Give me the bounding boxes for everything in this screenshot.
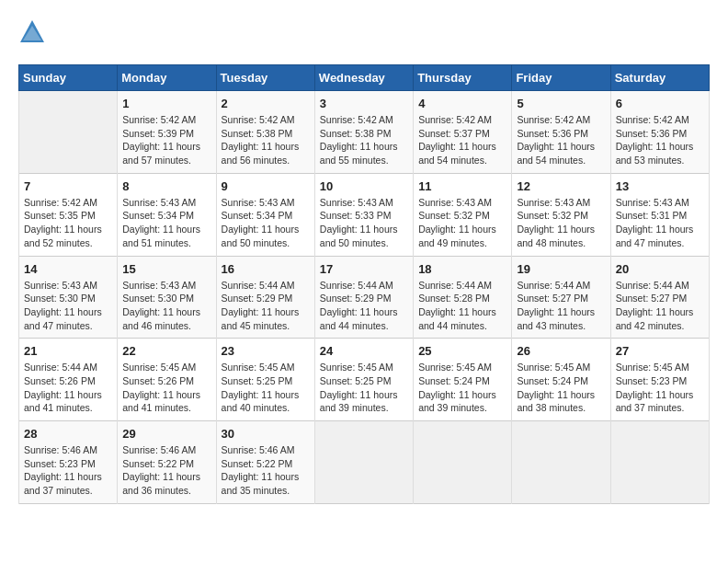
day-detail: Sunrise: 5:43 AM Sunset: 5:34 PM Dayligh… [222, 196, 310, 250]
calendar-week-1: 1Sunrise: 5:42 AM Sunset: 5:39 PM Daylig… [19, 91, 710, 174]
day-number: 10 [320, 179, 408, 193]
day-detail: Sunrise: 5:44 AM Sunset: 5:28 PM Dayligh… [418, 279, 506, 333]
day-number: 2 [222, 97, 310, 110]
calendar-cell [19, 91, 118, 174]
day-detail: Sunrise: 5:43 AM Sunset: 5:30 PM Dayligh… [24, 279, 112, 333]
calendar-cell: 21Sunrise: 5:44 AM Sunset: 5:26 PM Dayli… [19, 339, 118, 421]
calendar-cell: 19Sunrise: 5:44 AM Sunset: 5:27 PM Dayli… [512, 256, 610, 339]
calendar-cell: 30Sunrise: 5:46 AM Sunset: 5:22 PM Dayli… [216, 421, 314, 504]
day-detail: Sunrise: 5:45 AM Sunset: 5:25 PM Dayligh… [320, 361, 408, 415]
calendar-cell: 8Sunrise: 5:43 AM Sunset: 5:34 PM Daylig… [118, 173, 216, 256]
calendar-cell: 27Sunrise: 5:45 AM Sunset: 5:23 PM Dayli… [610, 339, 709, 421]
day-number: 3 [320, 97, 408, 110]
day-number: 26 [517, 344, 605, 358]
calendar-table: Sunday Monday Tuesday Wednesday Thursday… [18, 64, 710, 504]
day-detail: Sunrise: 5:44 AM Sunset: 5:27 PM Dayligh… [616, 279, 704, 333]
calendar-week-5: 28Sunrise: 5:46 AM Sunset: 5:23 PM Dayli… [19, 421, 710, 504]
calendar-cell [314, 421, 413, 504]
day-detail: Sunrise: 5:43 AM Sunset: 5:32 PM Dayligh… [418, 196, 506, 250]
day-number: 22 [122, 344, 210, 358]
calendar-cell: 17Sunrise: 5:44 AM Sunset: 5:29 PM Dayli… [314, 256, 413, 339]
day-detail: Sunrise: 5:43 AM Sunset: 5:32 PM Dayligh… [517, 196, 605, 250]
calendar-cell: 10Sunrise: 5:43 AM Sunset: 5:33 PM Dayli… [314, 173, 413, 256]
day-number: 27 [616, 344, 704, 358]
day-number: 30 [222, 427, 310, 441]
day-number: 7 [24, 179, 112, 193]
day-detail: Sunrise: 5:46 AM Sunset: 5:22 PM Dayligh… [222, 443, 310, 498]
day-detail: Sunrise: 5:44 AM Sunset: 5:29 PM Dayligh… [222, 279, 310, 333]
calendar-cell: 5Sunrise: 5:42 AM Sunset: 5:36 PM Daylig… [512, 91, 610, 174]
calendar-cell: 23Sunrise: 5:45 AM Sunset: 5:25 PM Dayli… [216, 339, 314, 421]
day-number: 21 [24, 344, 112, 358]
calendar-cell: 22Sunrise: 5:45 AM Sunset: 5:26 PM Dayli… [118, 339, 216, 421]
day-detail: Sunrise: 5:46 AM Sunset: 5:23 PM Dayligh… [24, 443, 112, 498]
calendar-cell: 6Sunrise: 5:42 AM Sunset: 5:36 PM Daylig… [610, 91, 709, 174]
calendar-cell: 4Sunrise: 5:42 AM Sunset: 5:37 PM Daylig… [414, 91, 512, 174]
day-number: 12 [517, 179, 605, 193]
calendar-cell: 20Sunrise: 5:44 AM Sunset: 5:27 PM Dayli… [610, 256, 709, 339]
calendar-cell: 24Sunrise: 5:45 AM Sunset: 5:25 PM Dayli… [314, 339, 413, 421]
day-number: 4 [418, 97, 506, 110]
day-number: 18 [418, 262, 506, 276]
day-detail: Sunrise: 5:42 AM Sunset: 5:35 PM Dayligh… [24, 196, 112, 250]
day-detail: Sunrise: 5:42 AM Sunset: 5:36 PM Dayligh… [616, 113, 704, 167]
calendar-cell: 15Sunrise: 5:43 AM Sunset: 5:30 PM Dayli… [118, 256, 216, 339]
calendar-week-2: 7Sunrise: 5:42 AM Sunset: 5:35 PM Daylig… [19, 173, 710, 256]
day-detail: Sunrise: 5:45 AM Sunset: 5:25 PM Dayligh… [222, 361, 310, 415]
day-number: 13 [616, 179, 704, 193]
day-number: 29 [122, 427, 210, 441]
day-detail: Sunrise: 5:45 AM Sunset: 5:26 PM Dayligh… [122, 361, 210, 415]
day-number: 24 [320, 344, 408, 358]
day-detail: Sunrise: 5:42 AM Sunset: 5:38 PM Dayligh… [222, 113, 310, 167]
day-number: 23 [222, 344, 310, 358]
day-detail: Sunrise: 5:43 AM Sunset: 5:34 PM Dayligh… [122, 196, 210, 250]
logo [18, 18, 50, 50]
day-number: 16 [222, 262, 310, 276]
day-number: 14 [24, 262, 112, 276]
day-detail: Sunrise: 5:42 AM Sunset: 5:36 PM Dayligh… [517, 113, 605, 167]
day-detail: Sunrise: 5:42 AM Sunset: 5:38 PM Dayligh… [320, 113, 408, 167]
day-detail: Sunrise: 5:45 AM Sunset: 5:24 PM Dayligh… [418, 361, 506, 415]
day-number: 6 [616, 97, 704, 110]
day-number: 5 [517, 97, 605, 110]
col-wednesday: Wednesday [314, 65, 413, 91]
day-detail: Sunrise: 5:44 AM Sunset: 5:27 PM Dayligh… [517, 279, 605, 333]
day-number: 11 [418, 179, 506, 193]
calendar-cell [414, 421, 512, 504]
calendar-cell: 3Sunrise: 5:42 AM Sunset: 5:38 PM Daylig… [314, 91, 413, 174]
calendar-cell: 29Sunrise: 5:46 AM Sunset: 5:22 PM Dayli… [118, 421, 216, 504]
calendar-cell: 11Sunrise: 5:43 AM Sunset: 5:32 PM Dayli… [414, 173, 512, 256]
calendar-cell: 26Sunrise: 5:45 AM Sunset: 5:24 PM Dayli… [512, 339, 610, 421]
col-saturday: Saturday [610, 65, 709, 91]
col-tuesday: Tuesday [216, 65, 314, 91]
calendar-week-4: 21Sunrise: 5:44 AM Sunset: 5:26 PM Dayli… [19, 339, 710, 421]
day-number: 25 [418, 344, 506, 358]
day-number: 20 [616, 262, 704, 276]
calendar-cell [512, 421, 610, 504]
col-friday: Friday [512, 65, 610, 91]
day-number: 17 [320, 262, 408, 276]
col-monday: Monday [118, 65, 216, 91]
calendar-cell: 18Sunrise: 5:44 AM Sunset: 5:28 PM Dayli… [414, 256, 512, 339]
day-number: 8 [122, 179, 210, 193]
day-detail: Sunrise: 5:43 AM Sunset: 5:30 PM Dayligh… [122, 279, 210, 333]
header-row: Sunday Monday Tuesday Wednesday Thursday… [19, 65, 710, 91]
calendar-cell: 28Sunrise: 5:46 AM Sunset: 5:23 PM Dayli… [19, 421, 118, 504]
day-detail: Sunrise: 5:44 AM Sunset: 5:29 PM Dayligh… [320, 279, 408, 333]
day-detail: Sunrise: 5:43 AM Sunset: 5:33 PM Dayligh… [320, 196, 408, 250]
day-detail: Sunrise: 5:45 AM Sunset: 5:24 PM Dayligh… [517, 361, 605, 415]
calendar-cell: 12Sunrise: 5:43 AM Sunset: 5:32 PM Dayli… [512, 173, 610, 256]
calendar-cell: 14Sunrise: 5:43 AM Sunset: 5:30 PM Dayli… [19, 256, 118, 339]
col-thursday: Thursday [414, 65, 512, 91]
day-detail: Sunrise: 5:43 AM Sunset: 5:31 PM Dayligh… [616, 196, 704, 250]
day-detail: Sunrise: 5:42 AM Sunset: 5:39 PM Dayligh… [122, 113, 210, 167]
calendar-cell: 7Sunrise: 5:42 AM Sunset: 5:35 PM Daylig… [19, 173, 118, 256]
day-number: 28 [24, 427, 112, 441]
calendar-cell: 1Sunrise: 5:42 AM Sunset: 5:39 PM Daylig… [118, 91, 216, 174]
calendar-cell: 2Sunrise: 5:42 AM Sunset: 5:38 PM Daylig… [216, 91, 314, 174]
page-header [18, 18, 710, 50]
day-detail: Sunrise: 5:46 AM Sunset: 5:22 PM Dayligh… [122, 443, 210, 498]
day-number: 15 [122, 262, 210, 276]
day-detail: Sunrise: 5:45 AM Sunset: 5:23 PM Dayligh… [616, 361, 704, 415]
calendar-cell: 25Sunrise: 5:45 AM Sunset: 5:24 PM Dayli… [414, 339, 512, 421]
